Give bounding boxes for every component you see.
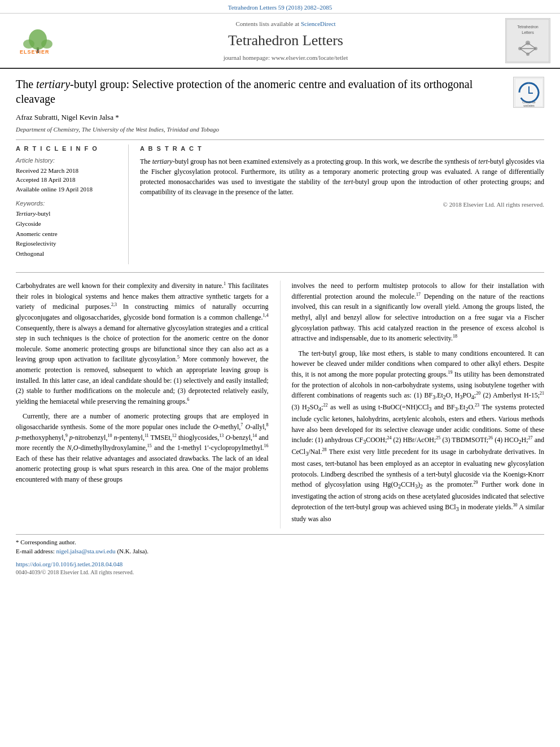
divider-1: [16, 139, 544, 140]
keyword-4: Regioselectivity: [16, 239, 119, 249]
journal-homepage: journal homepage: www.elsevier.com/locat…: [75, 54, 497, 62]
header-area: ELSEVIER Contents lists available at Sci…: [0, 14, 560, 69]
sciencedirect-link[interactable]: ScienceDirect: [301, 20, 336, 27]
svg-text:Tetrahedron: Tetrahedron: [517, 25, 538, 29]
footnote-area: * Corresponding author. E-mail address: …: [16, 534, 544, 556]
divider-2: [16, 272, 544, 273]
received-date: Received 22 March 2018: [16, 167, 119, 175]
email-footnote: E-mail address: nigel.jalsa@sta.uwi.edu …: [16, 547, 544, 556]
svg-point-2: [23, 40, 34, 49]
body-col-left: Carbohydrates are well known for their c…: [16, 281, 269, 528]
col-divider: [280, 281, 281, 528]
body-para-1: Carbohydrates are well known for their c…: [16, 281, 269, 407]
keyword-3: Anomeric centre: [16, 229, 119, 239]
body-para-2: Currently, there are a number of anomeri…: [16, 411, 269, 484]
page-footer: https://doi.org/10.1016/j.tetlet.2018.04…: [16, 560, 544, 569]
article-title: The tertiary-butyl group: Selective prot…: [16, 77, 508, 106]
journal-top-bar: Tetrahedron Letters 59 (2018) 2082–2085: [0, 0, 560, 14]
body-col-right: involves the need to perform multistep p…: [292, 281, 545, 528]
accepted-date: Accepted 18 April 2018: [16, 176, 119, 184]
corresponding-note: * Corresponding author.: [16, 538, 544, 547]
svg-text:Letters: Letters: [522, 30, 534, 34]
svg-text:updates: updates: [523, 104, 535, 107]
check-updates-badge: Check for updates: [513, 77, 544, 108]
history-block: Article history: Received 22 March 2018 …: [16, 156, 119, 194]
article-info-heading: A R T I C L E I N F O: [16, 145, 119, 153]
corresponding-star: *: [115, 113, 119, 121]
keywords-label: Keywords:: [16, 199, 119, 208]
elsevier-tree-icon: ELSEVIER: [18, 27, 58, 54]
tetrahedron-badge: Tetrahedron Letters: [505, 18, 550, 63]
keywords-block: Keywords: Tertiary-butyl Glycoside Anome…: [16, 199, 119, 259]
available-date: Available online 19 April 2018: [16, 185, 119, 194]
authors-line: Afraz Subratti, Nigel Kevin Jalsa *: [16, 112, 544, 123]
history-label: Article history:: [16, 156, 119, 165]
svg-point-3: [41, 40, 53, 49]
doi-link[interactable]: https://doi.org/10.1016/j.tetlet.2018.04…: [16, 561, 123, 567]
body-para-4: The tert-butyl group, like most ethers, …: [292, 348, 545, 524]
top-citation: Tetrahedron Letters 59 (2018) 2082–2085: [228, 4, 332, 11]
article-info-col: A R T I C L E I N F O Article history: R…: [16, 145, 129, 264]
abstract-col: A B S T R A C T The tertiary-butyl group…: [129, 145, 544, 264]
body-text-area: Carbohydrates are well known for their c…: [16, 281, 544, 528]
header-center: Contents lists available at ScienceDirec…: [75, 18, 497, 63]
article-title-section: The tertiary-butyl group: Selective prot…: [16, 77, 544, 108]
page: Tetrahedron Letters 59 (2018) 2082–2085 …: [0, 0, 560, 747]
sciencedirect-line: Contents lists available at ScienceDirec…: [75, 20, 497, 28]
header-right: Tetrahedron Letters: [502, 18, 553, 63]
check-updates-icon: Check for updates: [515, 78, 543, 107]
footer-issn: 0040-4039/© 2018 Elsevier Ltd. All right…: [16, 569, 544, 576]
abstract-text: The tertiary-butyl group has not been ex…: [140, 156, 544, 197]
abstract-heading: A B S T R A C T: [140, 145, 544, 153]
two-col-body: Carbohydrates are well known for their c…: [16, 281, 544, 528]
svg-text:ELSEVIER: ELSEVIER: [20, 49, 50, 54]
keyword-2: Glycoside: [16, 219, 119, 229]
email-link[interactable]: nigel.jalsa@sta.uwi.edu: [56, 548, 115, 554]
tetrahedron-badge-icon: Tetrahedron Letters: [506, 19, 549, 62]
keyword-5: Orthogonal: [16, 249, 119, 259]
info-abstract-row: A R T I C L E I N F O Article history: R…: [16, 145, 544, 264]
affiliation: Department of Chemistry, The University …: [16, 125, 544, 134]
main-content: The tertiary-butyl group: Selective prot…: [0, 69, 560, 588]
body-para-3: involves the need to perform multistep p…: [292, 281, 545, 344]
copyright-line: © 2018 Elsevier Ltd. All rights reserved…: [140, 200, 544, 209]
keyword-1: Tertiary-butyl: [16, 209, 119, 219]
journal-title: Tetrahedron Letters: [75, 30, 497, 51]
elsevier-logo: ELSEVIER: [7, 18, 69, 63]
keywords-list: Tertiary-butyl Glycoside Anomeric centre…: [16, 209, 119, 259]
